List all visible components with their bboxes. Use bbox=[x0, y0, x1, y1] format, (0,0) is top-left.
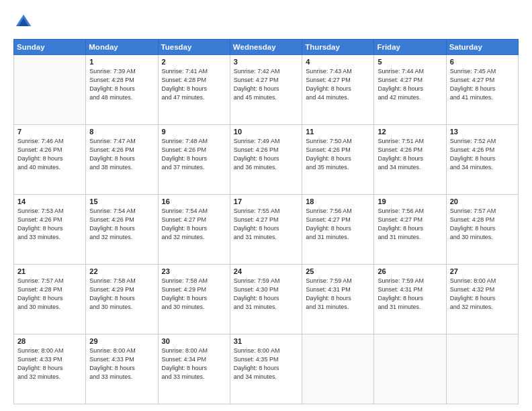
calendar-cell bbox=[446, 334, 518, 404]
day-info: Sunrise: 7:54 AM Sunset: 4:27 PM Dayligh… bbox=[162, 207, 226, 242]
day-number: 21 bbox=[17, 267, 82, 275]
day-number: 24 bbox=[234, 267, 298, 275]
weekday-header-thursday: Thursday bbox=[302, 40, 374, 55]
day-number: 26 bbox=[378, 267, 442, 275]
calendar-cell: 30Sunrise: 8:00 AM Sunset: 4:34 PM Dayli… bbox=[158, 334, 230, 404]
calendar-cell: 27Sunrise: 8:00 AM Sunset: 4:32 PM Dayli… bbox=[446, 265, 518, 334]
day-info: Sunrise: 8:00 AM Sunset: 4:35 PM Dayligh… bbox=[234, 347, 298, 381]
day-number: 15 bbox=[89, 197, 154, 205]
calendar-cell: 4Sunrise: 7:43 AM Sunset: 4:27 PM Daylig… bbox=[302, 55, 374, 125]
calendar-cell bbox=[302, 334, 374, 404]
week-row-4: 28Sunrise: 8:00 AM Sunset: 4:33 PM Dayli… bbox=[14, 334, 519, 404]
weekday-header-sunday: Sunday bbox=[14, 40, 86, 55]
day-number: 18 bbox=[306, 197, 370, 205]
day-number: 19 bbox=[378, 197, 442, 205]
calendar-cell: 8Sunrise: 7:47 AM Sunset: 4:26 PM Daylig… bbox=[86, 125, 158, 195]
calendar-cell: 1Sunrise: 7:39 AM Sunset: 4:28 PM Daylig… bbox=[86, 55, 158, 125]
week-row-3: 21Sunrise: 7:57 AM Sunset: 4:28 PM Dayli… bbox=[14, 265, 519, 334]
day-info: Sunrise: 7:41 AM Sunset: 4:28 PM Dayligh… bbox=[162, 67, 226, 102]
logo-icon bbox=[13, 12, 34, 32]
weekday-header-wednesday: Wednesday bbox=[230, 40, 302, 55]
day-info: Sunrise: 8:00 AM Sunset: 4:32 PM Dayligh… bbox=[450, 277, 515, 312]
calendar-cell bbox=[374, 334, 446, 404]
day-info: Sunrise: 7:58 AM Sunset: 4:29 PM Dayligh… bbox=[89, 277, 154, 312]
day-info: Sunrise: 7:43 AM Sunset: 4:27 PM Dayligh… bbox=[306, 67, 370, 102]
week-row-2: 14Sunrise: 7:53 AM Sunset: 4:26 PM Dayli… bbox=[14, 195, 519, 265]
day-info: Sunrise: 7:49 AM Sunset: 4:26 PM Dayligh… bbox=[234, 137, 298, 172]
day-number: 3 bbox=[234, 58, 298, 66]
day-number: 16 bbox=[162, 197, 226, 205]
day-info: Sunrise: 7:59 AM Sunset: 4:31 PM Dayligh… bbox=[306, 277, 370, 312]
weekday-header-friday: Friday bbox=[374, 40, 446, 55]
week-row-0: 1Sunrise: 7:39 AM Sunset: 4:28 PM Daylig… bbox=[14, 55, 519, 125]
day-info: Sunrise: 7:56 AM Sunset: 4:27 PM Dayligh… bbox=[306, 207, 370, 242]
calendar-cell: 31Sunrise: 8:00 AM Sunset: 4:35 PM Dayli… bbox=[230, 334, 302, 404]
day-number: 6 bbox=[450, 58, 515, 66]
day-info: Sunrise: 7:57 AM Sunset: 4:28 PM Dayligh… bbox=[450, 207, 515, 242]
day-number: 28 bbox=[17, 337, 82, 345]
day-number: 1 bbox=[89, 58, 154, 66]
day-info: Sunrise: 7:39 AM Sunset: 4:28 PM Dayligh… bbox=[89, 67, 154, 102]
day-number: 20 bbox=[450, 197, 515, 205]
day-info: Sunrise: 7:59 AM Sunset: 4:30 PM Dayligh… bbox=[234, 277, 298, 312]
day-number: 5 bbox=[378, 58, 442, 66]
day-info: Sunrise: 7:46 AM Sunset: 4:26 PM Dayligh… bbox=[17, 137, 82, 172]
calendar-cell: 5Sunrise: 7:44 AM Sunset: 4:27 PM Daylig… bbox=[374, 55, 446, 125]
day-info: Sunrise: 7:42 AM Sunset: 4:27 PM Dayligh… bbox=[234, 67, 298, 102]
calendar-cell: 15Sunrise: 7:54 AM Sunset: 4:26 PM Dayli… bbox=[86, 195, 158, 265]
day-info: Sunrise: 7:59 AM Sunset: 4:31 PM Dayligh… bbox=[378, 277, 442, 312]
weekday-header-row: SundayMondayTuesdayWednesdayThursdayFrid… bbox=[14, 40, 519, 55]
calendar-cell: 16Sunrise: 7:54 AM Sunset: 4:27 PM Dayli… bbox=[158, 195, 230, 265]
calendar-cell: 10Sunrise: 7:49 AM Sunset: 4:26 PM Dayli… bbox=[230, 125, 302, 195]
day-info: Sunrise: 8:00 AM Sunset: 4:33 PM Dayligh… bbox=[17, 347, 82, 381]
logo bbox=[13, 12, 36, 32]
page: SundayMondayTuesdayWednesdayThursdayFrid… bbox=[0, 0, 532, 411]
day-info: Sunrise: 7:55 AM Sunset: 4:27 PM Dayligh… bbox=[234, 207, 298, 242]
calendar-table: SundayMondayTuesdayWednesdayThursdayFrid… bbox=[13, 39, 519, 404]
day-number: 2 bbox=[162, 58, 226, 66]
weekday-header-monday: Monday bbox=[86, 40, 158, 55]
calendar-cell: 11Sunrise: 7:50 AM Sunset: 4:26 PM Dayli… bbox=[302, 125, 374, 195]
day-number: 4 bbox=[306, 58, 370, 66]
day-info: Sunrise: 8:00 AM Sunset: 4:34 PM Dayligh… bbox=[162, 347, 226, 381]
calendar-cell: 14Sunrise: 7:53 AM Sunset: 4:26 PM Dayli… bbox=[14, 195, 86, 265]
calendar-cell: 20Sunrise: 7:57 AM Sunset: 4:28 PM Dayli… bbox=[446, 195, 518, 265]
calendar-cell: 12Sunrise: 7:51 AM Sunset: 4:26 PM Dayli… bbox=[374, 125, 446, 195]
calendar-cell: 19Sunrise: 7:56 AM Sunset: 4:27 PM Dayli… bbox=[374, 195, 446, 265]
calendar-cell: 18Sunrise: 7:56 AM Sunset: 4:27 PM Dayli… bbox=[302, 195, 374, 265]
calendar-cell: 2Sunrise: 7:41 AM Sunset: 4:28 PM Daylig… bbox=[158, 55, 230, 125]
day-info: Sunrise: 7:50 AM Sunset: 4:26 PM Dayligh… bbox=[306, 137, 370, 172]
calendar-cell: 13Sunrise: 7:52 AM Sunset: 4:26 PM Dayli… bbox=[446, 125, 518, 195]
calendar-cell: 3Sunrise: 7:42 AM Sunset: 4:27 PM Daylig… bbox=[230, 55, 302, 125]
day-info: Sunrise: 7:57 AM Sunset: 4:28 PM Dayligh… bbox=[17, 277, 82, 312]
calendar-cell: 22Sunrise: 7:58 AM Sunset: 4:29 PM Dayli… bbox=[86, 265, 158, 334]
calendar-cell: 25Sunrise: 7:59 AM Sunset: 4:31 PM Dayli… bbox=[302, 265, 374, 334]
day-number: 13 bbox=[450, 128, 515, 136]
day-number: 12 bbox=[378, 128, 442, 136]
day-info: Sunrise: 7:52 AM Sunset: 4:26 PM Dayligh… bbox=[450, 137, 515, 172]
day-number: 8 bbox=[89, 128, 154, 136]
day-number: 14 bbox=[17, 197, 82, 205]
calendar-cell: 17Sunrise: 7:55 AM Sunset: 4:27 PM Dayli… bbox=[230, 195, 302, 265]
day-number: 29 bbox=[89, 337, 154, 345]
calendar-cell: 23Sunrise: 7:58 AM Sunset: 4:29 PM Dayli… bbox=[158, 265, 230, 334]
day-number: 9 bbox=[162, 128, 226, 136]
day-number: 25 bbox=[306, 267, 370, 275]
calendar-cell: 9Sunrise: 7:48 AM Sunset: 4:26 PM Daylig… bbox=[158, 125, 230, 195]
day-number: 10 bbox=[234, 128, 298, 136]
calendar-cell: 29Sunrise: 8:00 AM Sunset: 4:33 PM Dayli… bbox=[86, 334, 158, 404]
day-info: Sunrise: 7:45 AM Sunset: 4:27 PM Dayligh… bbox=[450, 67, 515, 102]
day-info: Sunrise: 7:54 AM Sunset: 4:26 PM Dayligh… bbox=[89, 207, 154, 242]
weekday-header-saturday: Saturday bbox=[446, 40, 518, 55]
day-number: 17 bbox=[234, 197, 298, 205]
calendar-cell: 28Sunrise: 8:00 AM Sunset: 4:33 PM Dayli… bbox=[14, 334, 86, 404]
header bbox=[13, 12, 519, 32]
calendar-cell: 26Sunrise: 7:59 AM Sunset: 4:31 PM Dayli… bbox=[374, 265, 446, 334]
day-number: 30 bbox=[162, 337, 226, 345]
day-info: Sunrise: 8:00 AM Sunset: 4:33 PM Dayligh… bbox=[89, 347, 154, 381]
week-row-1: 7Sunrise: 7:46 AM Sunset: 4:26 PM Daylig… bbox=[14, 125, 519, 195]
day-info: Sunrise: 7:44 AM Sunset: 4:27 PM Dayligh… bbox=[378, 67, 442, 102]
calendar-cell: 7Sunrise: 7:46 AM Sunset: 4:26 PM Daylig… bbox=[14, 125, 86, 195]
day-info: Sunrise: 7:58 AM Sunset: 4:29 PM Dayligh… bbox=[162, 277, 226, 312]
calendar-cell bbox=[14, 55, 86, 125]
